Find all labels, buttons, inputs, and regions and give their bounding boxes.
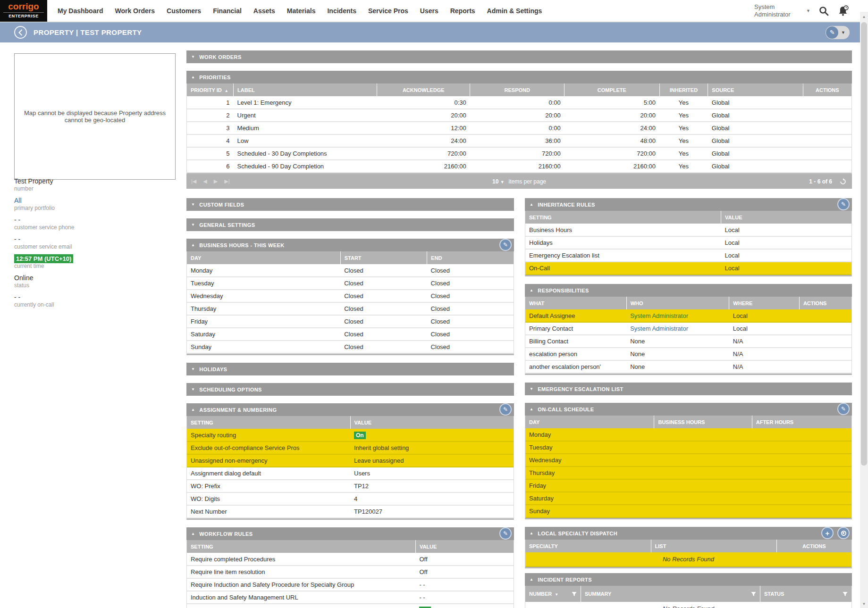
column-header-number[interactable]: NUMBER▼ <box>525 586 581 602</box>
nav-item-incidents[interactable]: Incidents <box>327 7 356 15</box>
scroll-down-icon[interactable]: ▼ <box>860 602 868 606</box>
column-header-label[interactable]: LABEL <box>234 83 377 96</box>
section-bar-assignment-numbering[interactable]: ▲ ASSIGNMENT & NUMBERING ✎ <box>186 403 514 416</box>
notifications-bell-icon[interactable] <box>837 5 849 17</box>
table-row: 2Urgent20:0020:0020:00YesGlobal <box>187 109 851 122</box>
edit-button[interactable]: ✎ <box>499 527 512 540</box>
section-bar-workflow-rules[interactable]: ▲ WORKFLOW RULES ✎ <box>186 527 514 540</box>
cell <box>799 335 851 348</box>
section-bar-scheduling-options[interactable]: ▼ SCHEDULING OPTIONS <box>186 383 514 396</box>
column-header-actions[interactable]: ACTIONS <box>776 540 851 552</box>
edit-button[interactable]: ✎ <box>837 403 850 415</box>
refresh-icon[interactable] <box>840 178 846 185</box>
section-bar-priorities[interactable]: ▲ PRIORITIES <box>186 71 852 83</box>
nav-item-materials[interactable]: Materials <box>287 7 316 15</box>
nav-item-my-dashboard[interactable]: My Dashboard <box>58 7 103 15</box>
column-header-where[interactable]: WHERE <box>729 297 800 309</box>
field-value[interactable]: All <box>14 197 176 205</box>
column-header-day[interactable]: DAY <box>525 416 654 428</box>
column-header-business-hours[interactable]: BUSINESS HOURS <box>654 416 752 428</box>
section-bar-incident-reports[interactable]: ▲ INCIDENT REPORTS <box>525 573 852 586</box>
column-header-summary[interactable]: SUMMARY <box>581 586 760 602</box>
user-menu[interactable]: System Administrator ▼ <box>754 3 810 18</box>
nav-item-customers[interactable]: Customers <box>167 7 201 15</box>
edit-button[interactable]: ✎ <box>837 198 850 210</box>
first-page-button[interactable]: |◀ <box>191 178 196 184</box>
column-header-value[interactable]: VALUE <box>415 540 514 553</box>
nav-item-admin-settings[interactable]: Admin & Settings <box>487 7 542 15</box>
column-header-specialty[interactable]: SPECIALTY <box>525 540 651 552</box>
section-bar-general-settings[interactable]: ▼ GENERAL SETTINGS <box>186 218 514 231</box>
scrollbar-thumb[interactable] <box>861 22 867 466</box>
section-work-orders: ▼ WORK ORDERS <box>186 50 852 63</box>
on-call-schedule-table: DAYBUSINESS HOURSAFTER HOURSMondayTuesda… <box>525 416 852 519</box>
column-header-who[interactable]: WHO <box>626 297 729 309</box>
section-bar-business-hours[interactable]: ▲ BUSINESS HOURS - THIS WEEK ✎ <box>186 239 514 251</box>
next-page-button[interactable]: ▶ <box>214 178 218 184</box>
column-header-acknowledge[interactable]: ACKNOWLEDGE <box>377 83 470 96</box>
section-bar-emergency-escalation[interactable]: ▼ EMERGENCY ESCALATION LIST <box>525 383 852 395</box>
filter-icon[interactable] <box>572 591 577 597</box>
section-bar-responsibilities[interactable]: ▲ RESPONSIBILITIES <box>525 284 852 297</box>
link[interactable]: System Administrator <box>630 325 688 332</box>
column-header-start[interactable]: START <box>340 251 427 264</box>
nav-item-reports[interactable]: Reports <box>450 7 475 15</box>
section-bar-local-specialty-dispatch[interactable]: ▲ LOCAL SPECIALTY DISPATCH + <box>525 527 852 540</box>
column-header-setting[interactable]: SETTING <box>525 211 721 224</box>
nav-item-financial[interactable]: Financial <box>213 7 242 15</box>
column-header-list[interactable]: LIST <box>651 540 776 552</box>
column-header-actions[interactable]: ACTIONS <box>799 297 851 309</box>
scroll-up-icon[interactable]: ▲ <box>860 15 868 19</box>
filter-icon[interactable] <box>843 591 848 597</box>
column-header-status[interactable]: STATUS <box>760 586 851 602</box>
section-bar-holidays[interactable]: ▼ HOLIDAYS <box>186 363 514 375</box>
last-page-button[interactable]: ▶| <box>224 178 229 184</box>
cell <box>799 322 851 335</box>
column-header-source[interactable]: SOURCE <box>708 83 803 96</box>
back-button[interactable] <box>14 26 27 39</box>
range-label: 1 - 6 of 6 <box>809 178 832 185</box>
section-bar-work-orders[interactable]: ▼ WORK ORDERS <box>186 50 852 63</box>
column-header-day[interactable]: DAY <box>187 251 340 264</box>
cell <box>654 454 752 466</box>
field-label: current time <box>14 263 176 270</box>
section-title: INCIDENT REPORTS <box>538 577 592 583</box>
column-header-priority-id[interactable]: PRIORITY ID▲ <box>187 83 234 96</box>
prev-page-button[interactable]: ◀ <box>203 178 207 184</box>
cell: 24:00 <box>565 122 659 134</box>
page-size-dropdown[interactable]: 10 ▼ <box>492 178 505 185</box>
corrigo-logo[interactable]: corrigo ENTERPRISE <box>0 0 47 22</box>
add-button[interactable]: + <box>821 527 834 539</box>
edit-button[interactable]: ✎ <box>499 403 512 416</box>
filter-icon[interactable] <box>751 591 756 597</box>
edit-button[interactable]: ✎ <box>499 239 512 251</box>
column-header-setting[interactable]: SETTING <box>187 540 415 553</box>
nav-item-service-pros[interactable]: Service Pros <box>368 7 408 15</box>
column-header-inherited[interactable]: INHERITED <box>659 83 708 96</box>
section-bar-inheritance-rules[interactable]: ▲ INHERITANCE RULES ✎ <box>525 198 852 211</box>
table-row: Wednesday <box>525 454 851 466</box>
column-header-value[interactable]: VALUE <box>350 416 514 429</box>
table-row: Business HoursLocal <box>525 224 851 236</box>
column-header-after-hours[interactable]: AFTER HOURS <box>752 416 851 428</box>
edit-property-button[interactable]: ✎ ▼ <box>826 26 850 39</box>
section-bar-custom-fields[interactable]: ▼ CUSTOM FIELDS <box>186 198 514 211</box>
column-header-actions[interactable]: ACTIONS <box>803 83 851 96</box>
search-icon[interactable] <box>818 5 829 17</box>
column-header-value[interactable]: VALUE <box>721 211 851 224</box>
column-header-what[interactable]: WHAT <box>525 297 626 309</box>
view-button[interactable] <box>837 527 850 539</box>
column-header-respond[interactable]: RESPOND <box>470 83 565 96</box>
column-header-setting[interactable]: SETTING <box>187 416 350 429</box>
section-bar-on-call-schedule[interactable]: ▲ ON-CALL SCHEDULE ✎ <box>525 403 852 416</box>
link[interactable]: System Administrator <box>630 312 688 319</box>
column-header-end[interactable]: END <box>427 251 514 264</box>
expand-icon: ▼ <box>191 387 195 391</box>
nav-item-work-orders[interactable]: Work Orders <box>115 7 155 15</box>
nav-item-users[interactable]: Users <box>420 7 438 15</box>
nav-item-assets[interactable]: Assets <box>253 7 275 15</box>
column-header-complete[interactable]: COMPLETE <box>565 83 659 96</box>
cell: Require completed Procedures <box>187 553 415 566</box>
top-nav: corrigo ENTERPRISE My DashboardWork Orde… <box>0 0 868 22</box>
cell: TP120027 <box>350 505 514 518</box>
